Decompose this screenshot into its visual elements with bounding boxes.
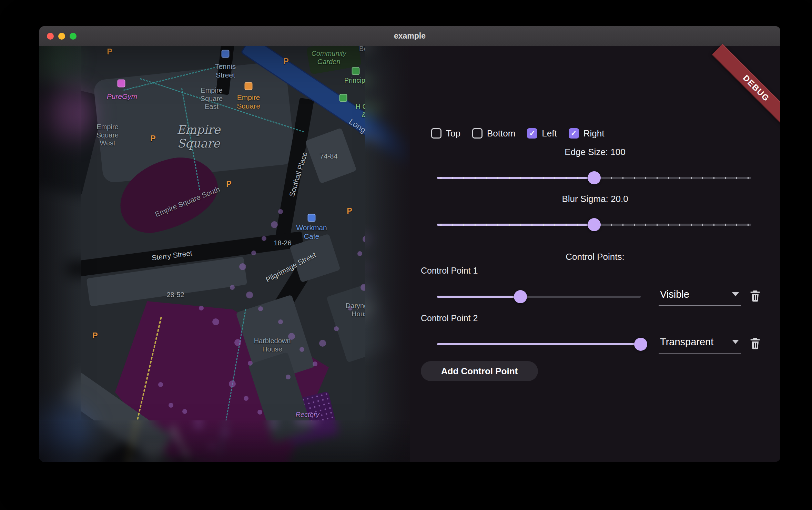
- parking-icon: P: [92, 331, 98, 340]
- minimize-button[interactable]: [58, 33, 65, 40]
- checkbox-bottom[interactable]: ✓ Bottom: [472, 128, 515, 139]
- slider-thumb[interactable]: [634, 338, 647, 351]
- restaurant-icon: [339, 94, 347, 102]
- edge-checkbox-row: ✓ Top ✓ Bottom ✓ Left ✓ Right: [431, 125, 604, 141]
- close-button[interactable]: [47, 33, 54, 40]
- map-label: Empire Square: [237, 93, 260, 111]
- control-point-1-delete-button[interactable]: [748, 287, 763, 304]
- debug-ribbon: DEBUG: [712, 44, 780, 132]
- map-dot: [258, 306, 263, 311]
- map-dot: [244, 396, 248, 401]
- edge-size-label: Edge Size: 100: [410, 147, 780, 157]
- control-point-1-label: Control Point 1: [421, 266, 478, 276]
- desktop-background: example: [0, 0, 812, 510]
- slider-thumb[interactable]: [514, 290, 527, 303]
- edge-size-slider[interactable]: [437, 171, 751, 185]
- map-label: Tennis Street: [215, 62, 236, 80]
- checkbox-top-label: Top: [446, 128, 460, 139]
- map-dot: [182, 409, 187, 414]
- control-panel: DEBUG ✓ Top ✓ Bottom ✓ Left: [410, 46, 780, 462]
- parking-icon: P: [283, 57, 288, 66]
- map-label: Empire Square: [177, 123, 220, 150]
- slider-fill: [437, 343, 641, 345]
- bus-stop-icon: [222, 50, 230, 58]
- map-label: Empire Square West: [97, 123, 119, 147]
- map-dot: [239, 263, 246, 270]
- map-dot: [257, 410, 262, 415]
- map-label: 18-26: [274, 239, 291, 247]
- control-point-2-delete-button[interactable]: [748, 335, 763, 351]
- chevron-down-icon: [732, 340, 739, 344]
- map-label: Community Garden: [311, 50, 346, 66]
- checkbox-bottom-label: Bottom: [487, 128, 515, 139]
- map-dot: [313, 361, 317, 366]
- checkbox-left[interactable]: ✓ Left: [527, 128, 557, 139]
- map-dot: [212, 318, 219, 325]
- checkbox-right-label: Right: [583, 128, 605, 139]
- trash-icon: [748, 288, 762, 303]
- map-dot: [169, 403, 173, 408]
- map-dot: [300, 347, 304, 352]
- parking-icon: P: [226, 180, 231, 189]
- map-dot: [158, 382, 163, 387]
- slider-track[interactable]: [437, 296, 641, 298]
- window-title: example: [394, 31, 426, 41]
- checkbox-bottom-box[interactable]: ✓: [472, 128, 483, 139]
- control-point-1-slider[interactable]: [437, 290, 641, 304]
- parking-icon: P: [347, 206, 352, 216]
- gym-icon: [118, 80, 125, 88]
- title-bar[interactable]: example: [39, 26, 780, 46]
- parking-icon: P: [107, 47, 112, 57]
- map-dot: [248, 361, 253, 366]
- map-dot: [234, 339, 241, 346]
- map-dot: [199, 306, 204, 310]
- map-view[interactable]: Tennis StreetEmpire Square EastEmpire Sq…: [39, 46, 410, 462]
- map-dot: [230, 285, 235, 290]
- map-dot: [271, 221, 278, 228]
- app-window: example: [39, 26, 780, 462]
- map-dot: [246, 292, 253, 298]
- slider-fill: [437, 296, 520, 298]
- dropdown-value: Visible: [660, 289, 689, 300]
- cafe-icon: [308, 214, 316, 222]
- map-edge-blur-bottom: [39, 420, 410, 462]
- dropdown-value: Transparent: [660, 336, 713, 348]
- control-point-2-mode-select[interactable]: Transparent: [659, 334, 741, 354]
- add-control-point-button[interactable]: Add Control Point: [421, 361, 538, 381]
- checkbox-top[interactable]: ✓ Top: [431, 128, 460, 139]
- traffic-lights: [47, 26, 77, 46]
- map-dot: [262, 236, 266, 241]
- map-edge-blur-left: [39, 46, 81, 462]
- map-dot: [319, 340, 326, 347]
- zoom-button[interactable]: [70, 33, 77, 40]
- checkbox-right[interactable]: ✓ Right: [569, 128, 605, 139]
- bike-share-icon: [245, 82, 253, 90]
- slider-fill: [437, 224, 594, 226]
- checkbox-top-box[interactable]: ✓: [431, 128, 441, 139]
- slider-fill: [437, 177, 594, 179]
- control-point-1-mode-select[interactable]: Visible: [659, 286, 741, 306]
- blur-sigma-slider[interactable]: [437, 218, 751, 232]
- map-label: Empire Square East: [201, 86, 223, 111]
- map-label: Harbledown House: [254, 337, 291, 353]
- slider-track[interactable]: [437, 343, 641, 345]
- checkbox-right-box[interactable]: ✓: [569, 128, 579, 139]
- map-dot: [229, 380, 236, 387]
- slider-thumb[interactable]: [588, 171, 601, 184]
- map-dot: [286, 375, 291, 379]
- map-edge-blur-right: [365, 46, 410, 462]
- control-point-2-slider[interactable]: [437, 337, 641, 351]
- slider-thumb[interactable]: [588, 218, 601, 231]
- checkbox-left-box[interactable]: ✓: [527, 128, 537, 139]
- parking-icon: P: [150, 134, 155, 143]
- control-point-2-label: Control Point 2: [421, 313, 478, 323]
- map-label: PureGym: [107, 92, 138, 101]
- checkbox-left-label: Left: [542, 128, 557, 139]
- chevron-down-icon: [732, 292, 739, 296]
- map-dot: [278, 319, 283, 324]
- debug-ribbon-label: DEBUG: [741, 73, 771, 103]
- map-label: Workman Cafe: [296, 224, 327, 241]
- shop-icon: [352, 67, 360, 75]
- map-dot: [251, 251, 256, 255]
- map-dot: [334, 326, 339, 331]
